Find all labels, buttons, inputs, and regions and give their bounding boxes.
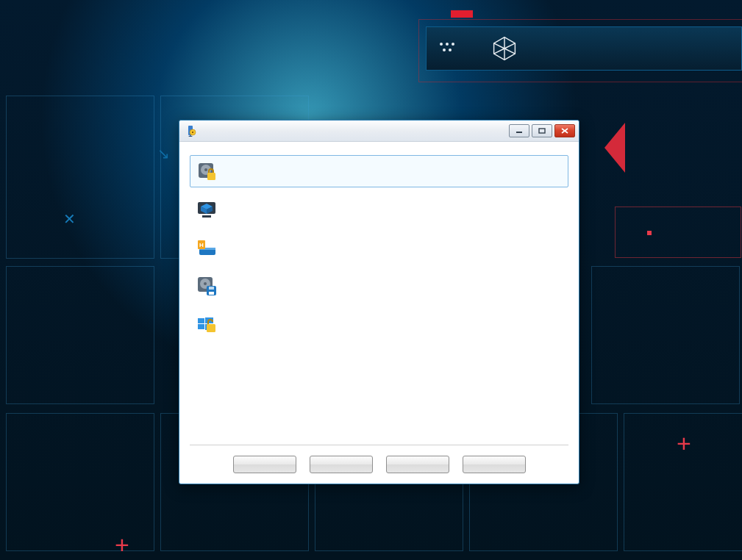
bg-grid bbox=[615, 207, 741, 258]
wizard-body: H bbox=[179, 142, 579, 355]
bg-grid bbox=[591, 266, 740, 404]
svg-line-7 bbox=[494, 43, 504, 49]
svg-line-10 bbox=[494, 49, 504, 54]
svg-point-21 bbox=[204, 168, 207, 171]
svg-rect-38 bbox=[198, 318, 204, 323]
monitor-cube-icon bbox=[196, 199, 217, 220]
close-window-button[interactable] bbox=[554, 124, 575, 137]
brand-red-tab bbox=[451, 10, 473, 18]
svg-point-0 bbox=[440, 43, 443, 46]
hard-drive-lock-icon bbox=[196, 161, 217, 182]
bg-grid bbox=[6, 96, 154, 259]
x-icon: ✕ bbox=[63, 210, 76, 228]
svg-point-34 bbox=[204, 282, 207, 285]
svg-rect-36 bbox=[209, 292, 214, 295]
svg-rect-16 bbox=[539, 129, 545, 133]
triangle-icon bbox=[604, 123, 625, 173]
svg-point-1 bbox=[446, 43, 449, 46]
svg-rect-42 bbox=[207, 324, 215, 332]
option-copy-hiberfil[interactable]: H bbox=[190, 231, 568, 264]
next-button bbox=[386, 456, 449, 473]
title-bar[interactable] bbox=[179, 121, 579, 142]
svg-rect-37 bbox=[209, 287, 214, 290]
svg-line-11 bbox=[504, 49, 515, 54]
wizard-footer bbox=[190, 445, 568, 473]
divider bbox=[190, 445, 568, 445]
desktop-background: ↘ ✕ + + bbox=[0, 0, 742, 560]
brand-bar bbox=[426, 26, 742, 71]
svg-point-2 bbox=[452, 43, 454, 46]
windows-unlock-icon bbox=[196, 314, 217, 334]
minimize-button[interactable] bbox=[509, 124, 529, 137]
option-unlock-bitlocker[interactable] bbox=[190, 308, 568, 340]
svg-rect-14 bbox=[192, 132, 193, 133]
svg-rect-40 bbox=[198, 324, 204, 329]
maximize-button[interactable] bbox=[532, 124, 552, 137]
plus-icon: + bbox=[115, 532, 129, 557]
help-button[interactable] bbox=[233, 456, 296, 473]
option-drive-encryption-keys[interactable] bbox=[190, 155, 568, 187]
option-create-disk-image[interactable] bbox=[190, 270, 568, 302]
svg-point-4 bbox=[449, 49, 452, 51]
svg-rect-22 bbox=[207, 173, 215, 180]
wizard-window: H bbox=[179, 120, 579, 484]
app-icon bbox=[185, 125, 196, 137]
brand-hex-icon bbox=[491, 35, 518, 62]
drive-copy-icon: H bbox=[196, 237, 217, 258]
square-icon bbox=[647, 231, 652, 235]
down-left-arrow-icon: ↘ bbox=[157, 145, 170, 162]
bg-grid bbox=[6, 266, 154, 404]
plus-icon: + bbox=[677, 431, 691, 456]
disk-save-icon bbox=[196, 276, 217, 296]
svg-text:H: H bbox=[199, 242, 204, 248]
brand-dots-icon bbox=[427, 27, 469, 70]
close-button[interactable] bbox=[463, 456, 526, 473]
back-button[interactable] bbox=[310, 456, 373, 473]
svg-point-3 bbox=[443, 49, 446, 51]
svg-line-8 bbox=[504, 43, 515, 49]
bg-grid bbox=[6, 413, 154, 551]
option-encrypted-vm[interactable] bbox=[190, 193, 568, 226]
svg-rect-24 bbox=[202, 215, 211, 218]
brand-panel bbox=[426, 24, 742, 76]
